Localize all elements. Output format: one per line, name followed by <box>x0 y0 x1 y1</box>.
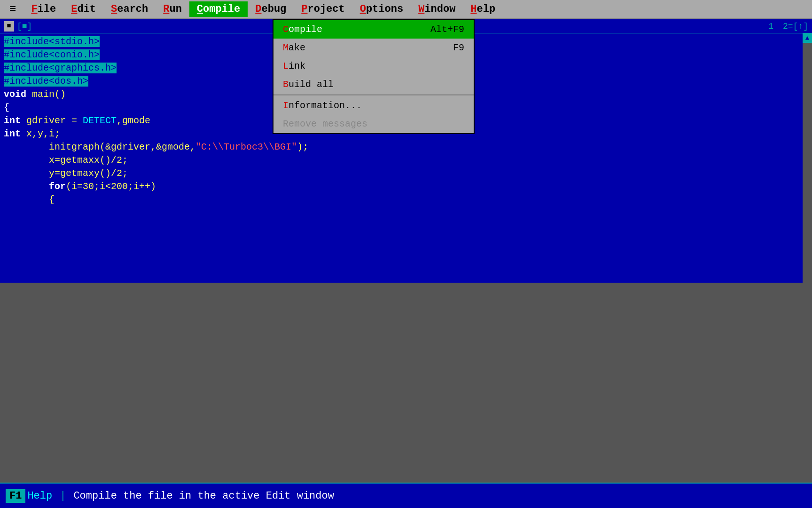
project-menu[interactable]: Project <box>294 1 352 17</box>
bottom-divider: | <box>60 490 66 502</box>
information-option[interactable]: Information... <box>273 96 474 115</box>
remove-messages-option: Remove messages <box>273 115 474 133</box>
output-area <box>0 283 812 483</box>
make-option[interactable]: Make F9 <box>273 39 474 57</box>
window-title: [■] <box>17 22 32 31</box>
build-all-option[interactable]: Build all <box>273 75 474 94</box>
help-label: Help <box>27 490 52 502</box>
compile-option[interactable]: Compile Alt+F9 <box>273 20 474 39</box>
run-menu[interactable]: Run <box>156 1 189 17</box>
code-line-13: { <box>4 193 799 206</box>
f1-key[interactable]: F1 <box>6 489 25 503</box>
link-option[interactable]: Link <box>273 57 474 75</box>
window2-indicator[interactable]: 2=[↑] <box>783 22 808 31</box>
file-menu[interactable]: File <box>23 1 63 17</box>
close-button[interactable]: ■ <box>4 21 14 32</box>
bottom-status-bar: F1 Help | Compile the file in the active… <box>0 483 812 508</box>
code-line-11: y=getmaxy()/2; <box>4 167 799 180</box>
compile-menu-item[interactable]: Compile <box>189 1 248 17</box>
window1-indicator: 1 <box>768 22 773 31</box>
code-line-10: x=getmaxx()/2; <box>4 154 799 167</box>
menu-bar: ≡ File Edit Search Run Compile Debug Pro… <box>0 0 812 19</box>
scroll-up-arrow[interactable]: ▲ <box>804 33 810 43</box>
system-menu[interactable]: ≡ <box>2 1 23 17</box>
help-menu[interactable]: Help <box>463 1 503 17</box>
edit-menu[interactable]: Edit <box>63 1 103 17</box>
code-line-9: initgraph(&gdriver,&gmode,"C:\\Turboc3\\… <box>4 141 799 154</box>
menu-divider <box>273 95 474 95</box>
search-menu[interactable]: Search <box>103 1 156 17</box>
options-menu[interactable]: Options <box>352 1 411 17</box>
status-message: Compile the file in the active Edit wind… <box>73 490 334 502</box>
debug-menu[interactable]: Debug <box>248 1 294 17</box>
compile-dropdown: Compile Alt+F9 Make F9 Link Build all In… <box>273 19 475 134</box>
code-line-12: for(i=30;i<200;i++) <box>4 180 799 193</box>
window-menu[interactable]: Window <box>411 1 463 17</box>
